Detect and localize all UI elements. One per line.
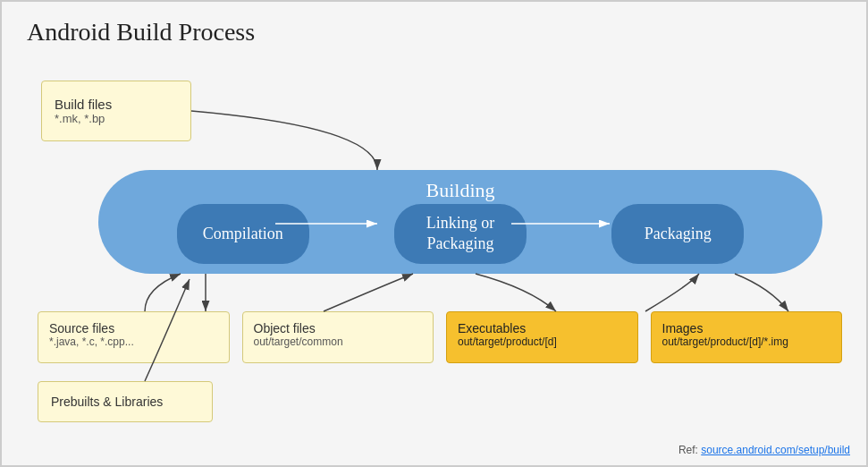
packaging-box: Packaging xyxy=(611,204,744,264)
images-line2: out/target/product/[d]/*.img xyxy=(662,335,831,348)
executables-box: Executables out/target/product/[d] xyxy=(446,311,638,363)
object-files-line1: Object files xyxy=(254,321,423,335)
source-files-line1: Source files xyxy=(49,321,218,335)
object-files-line2: out/target/common xyxy=(254,335,423,348)
building-label: Building xyxy=(98,179,822,202)
executables-line1: Executables xyxy=(458,321,627,335)
object-files-box: Object files out/target/common xyxy=(242,311,434,363)
bottom-boxes-row: Source files *.java, *.c, *.cpp... Objec… xyxy=(38,311,842,363)
source-files-line2: *.java, *.c, *.cpp... xyxy=(49,335,218,348)
linking-packaging-box: Linking orPackaging xyxy=(394,204,527,264)
prebuilts-label: Prebuilts & Libraries xyxy=(51,395,163,409)
page-title: Android Build Process xyxy=(27,18,255,47)
inner-boxes-row: Compilation Linking orPackaging Packagin… xyxy=(98,204,822,264)
build-files-line2: *.mk, *.bp xyxy=(55,112,105,125)
ref-link: Ref: source.android.com/setup/build xyxy=(678,444,850,456)
executables-line2: out/target/product/[d] xyxy=(458,335,627,348)
building-container: Building Compilation Linking orPackaging… xyxy=(98,170,822,274)
prebuilts-box: Prebuilts & Libraries xyxy=(38,381,213,422)
source-files-box: Source files *.java, *.c, *.cpp... xyxy=(38,311,230,363)
compilation-box: Compilation xyxy=(177,204,309,264)
main-container: Android Build Process Build files *.mk, … xyxy=(0,0,868,467)
ref-prefix: Ref: xyxy=(678,444,701,456)
build-files-line1: Build files xyxy=(55,97,112,112)
images-box: Images out/target/product/[d]/*.img xyxy=(651,311,843,363)
images-line1: Images xyxy=(662,321,831,335)
ref-url[interactable]: source.android.com/setup/build xyxy=(701,444,850,456)
build-files-box: Build files *.mk, *.bp xyxy=(41,81,191,141)
